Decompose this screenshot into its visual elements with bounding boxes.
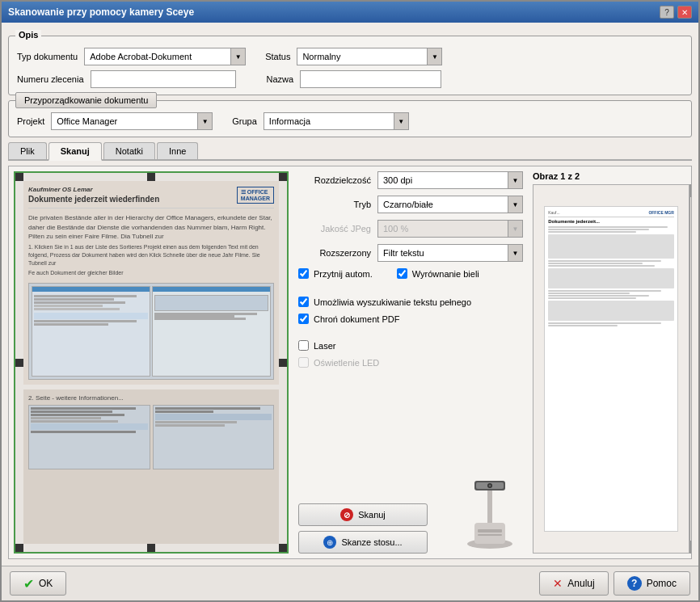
jakosc-row: Jakość JPeg 100 % ▼ bbox=[298, 220, 523, 238]
main-window: Skanowanie przy pomocy kamery Sceye ? ✕ … bbox=[0, 0, 700, 602]
typ-select[interactable]: Adobe Acrobat-Dokument ▼ bbox=[84, 48, 246, 65]
thumb-doc: Kauf... OFFICE MGR Dokumente jederzeit..… bbox=[544, 206, 678, 531]
scanner-image bbox=[458, 473, 523, 554]
skanze-label: Skanze stosu... bbox=[341, 537, 402, 547]
anuluj-button[interactable]: ✕ Anuluj bbox=[539, 571, 608, 596]
grupa-select[interactable]: Informacja ▼ bbox=[264, 112, 409, 130]
jakosc-arrow-icon: ▼ bbox=[508, 221, 522, 237]
thumb-scroll[interactable]: Kauf... OFFICE MGR Dokumente jederzeit..… bbox=[533, 184, 689, 554]
scroll-up-btn[interactable]: ▲ bbox=[690, 184, 692, 197]
typ-value: Adobe Acrobat-Dokument bbox=[85, 50, 230, 63]
status-select[interactable]: Normalny ▼ bbox=[297, 48, 442, 65]
tryb-select[interactable]: Czarno/białe ▼ bbox=[377, 196, 523, 213]
grupa-arrow-icon[interactable]: ▼ bbox=[394, 113, 408, 129]
skanuj-button[interactable]: ⊘ Skanuj bbox=[298, 503, 428, 526]
laser-label: Laser bbox=[314, 341, 336, 351]
jakosc-value: 100 % bbox=[378, 222, 508, 235]
preview-pane: Kaufminer OS Lemar Dokumente jederzeit w… bbox=[14, 171, 289, 554]
pomoc-label: Pomoc bbox=[647, 578, 677, 589]
laser-checkbox[interactable] bbox=[298, 340, 309, 351]
tryb-row: Tryb Czarno/białe ▼ bbox=[298, 196, 523, 213]
oswietlenie-checkbox bbox=[298, 357, 309, 368]
laser-row: Laser bbox=[298, 340, 523, 351]
przytnij-checkbox[interactable] bbox=[298, 268, 309, 279]
rozdzielczosc-arrow-icon[interactable]: ▼ bbox=[508, 172, 522, 188]
typ-label: Typ dokumentu bbox=[17, 52, 78, 61]
corner-lm bbox=[15, 359, 23, 367]
rozdzielczosc-value: 300 dpi bbox=[378, 174, 508, 187]
tabs-row: Plik Skanuj Notatki Inne bbox=[8, 142, 692, 161]
przytnij-checkbox-row: Przytnij autom. bbox=[298, 268, 373, 279]
thumb-image: Kauf... OFFICE MGR Dokumente jederzeit..… bbox=[533, 185, 689, 553]
thumbnail-scrollbar[interactable]: ▲ ▼ bbox=[689, 184, 692, 554]
rozszerzony-label: Rozszerzony bbox=[298, 248, 371, 258]
corner-tr bbox=[279, 173, 287, 181]
numeru-input[interactable] bbox=[91, 70, 236, 88]
ok-label: OK bbox=[39, 578, 53, 589]
tab-inne[interactable]: Inne bbox=[157, 142, 198, 159]
grupa-label: Grupa bbox=[232, 116, 257, 126]
help-titlebar-btn[interactable]: ? bbox=[660, 6, 674, 19]
skanuj-icon: ⊘ bbox=[340, 508, 353, 521]
skanuj-label: Skanuj bbox=[358, 510, 386, 520]
scroll-down-btn[interactable]: ▼ bbox=[690, 541, 692, 554]
window-title: Skanowanie przy pomocy kamery Sceye bbox=[8, 6, 194, 18]
jakosc-label: Jakość JPeg bbox=[298, 224, 371, 234]
rozdzielczosc-label: Rozdzielczość bbox=[298, 175, 371, 185]
oswietlenie-label: Oświetlenie LED bbox=[314, 358, 379, 368]
ok-button[interactable]: ✔ OK bbox=[10, 571, 66, 596]
tab-skanuj[interactable]: Skanuj bbox=[48, 142, 102, 161]
scan-area: Kaufminer OS Lemar Dokumente jederzeit w… bbox=[8, 166, 692, 559]
ok-icon: ✔ bbox=[23, 576, 34, 591]
chron-row: Chroń dokument PDF bbox=[298, 314, 523, 324]
corner-br bbox=[279, 544, 287, 552]
anuluj-label: Anuluj bbox=[567, 578, 594, 589]
scroll-track[interactable] bbox=[690, 197, 692, 541]
rozszerzony-arrow-icon[interactable]: ▼ bbox=[508, 245, 522, 261]
chron-checkbox[interactable] bbox=[298, 314, 309, 324]
bottom-bar: ✔ OK ✕ Anuluj ? Pomoc bbox=[2, 566, 698, 600]
przytnij-label: Przytnij autom. bbox=[314, 269, 373, 279]
chron-label: Chroń dokument PDF bbox=[314, 314, 399, 324]
typ-arrow-icon[interactable]: ▼ bbox=[230, 48, 245, 65]
corner-tl bbox=[15, 173, 23, 181]
tab-notatki[interactable]: Notatki bbox=[103, 142, 155, 159]
corner-tm bbox=[147, 173, 155, 181]
controls-pane: Rozdzielczość 300 dpi ▼ Tryb Czarno/biał… bbox=[293, 171, 528, 554]
thumb-scroll-area: Kauf... OFFICE MGR Dokumente jederzeit..… bbox=[533, 184, 692, 554]
wyrownanie-label: Wyrównanie bieli bbox=[412, 269, 479, 279]
pomoc-button[interactable]: ? Pomoc bbox=[614, 571, 690, 596]
corner-bm bbox=[147, 544, 155, 552]
rozszerzony-select[interactable]: Filtr tekstu ▼ bbox=[377, 244, 523, 262]
status-value: Normalny bbox=[297, 50, 427, 63]
titlebar: Skanowanie przy pomocy kamery Sceye ? ✕ bbox=[2, 2, 698, 23]
projekt-select[interactable]: Office Manager ▼ bbox=[51, 112, 213, 130]
main-content: Opis Typ dokumentu Adobe Acrobat-Dokumen… bbox=[2, 23, 698, 566]
corner-rm bbox=[279, 359, 287, 367]
wyrownanie-checkbox[interactable] bbox=[397, 268, 407, 279]
tryb-label: Tryb bbox=[298, 200, 371, 209]
titlebar-controls: ? ✕ bbox=[660, 6, 692, 19]
rozszerzony-value: Filtr tekstu bbox=[378, 246, 508, 259]
svg-rect-6 bbox=[474, 523, 505, 544]
projekt-arrow-icon[interactable]: ▼ bbox=[197, 113, 212, 129]
skanze-icon: ⊕ bbox=[323, 536, 336, 549]
nazwa-input[interactable] bbox=[300, 70, 441, 88]
grupa-value: Informacja bbox=[264, 115, 394, 128]
umozliwia-checkbox[interactable] bbox=[298, 297, 309, 307]
przyp-button[interactable]: Przyporządkowanie dokumentu bbox=[15, 92, 157, 108]
cancel-icon: ✕ bbox=[553, 577, 563, 590]
svg-rect-0 bbox=[487, 485, 492, 525]
tryb-arrow-icon[interactable]: ▼ bbox=[508, 196, 522, 213]
svg-point-4 bbox=[489, 485, 491, 487]
rozszerzony-row: Rozszerzony Filtr tekstu ▼ bbox=[298, 244, 523, 262]
scanner-svg bbox=[458, 481, 523, 554]
tab-plik[interactable]: Plik bbox=[8, 142, 47, 159]
status-arrow-icon[interactable]: ▼ bbox=[427, 48, 441, 65]
rozdzielczosc-select[interactable]: 300 dpi ▼ bbox=[377, 171, 523, 189]
close-titlebar-btn[interactable]: ✕ bbox=[677, 6, 692, 19]
help-icon: ? bbox=[627, 576, 642, 591]
opis-group: Opis Typ dokumentu Adobe Acrobat-Dokumen… bbox=[8, 36, 692, 95]
skanze-button[interactable]: ⊕ Skanze stosu... bbox=[298, 531, 428, 554]
thumb-title: Obraz 1 z 2 bbox=[533, 171, 692, 181]
